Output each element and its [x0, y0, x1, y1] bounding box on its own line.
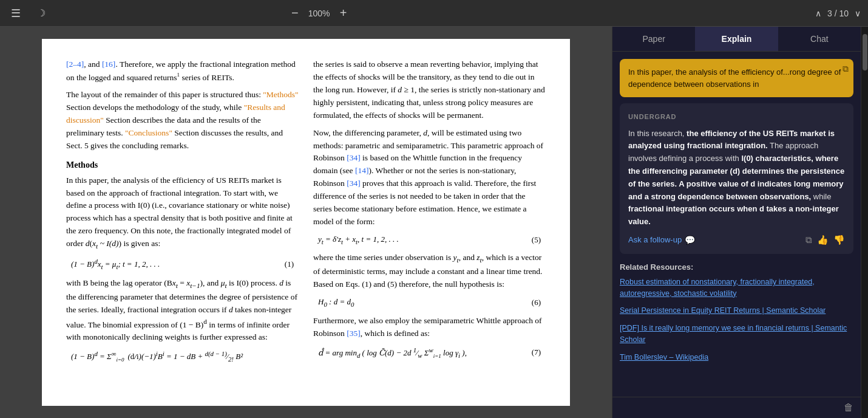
col2-para3: where the time series under observation … — [313, 252, 546, 291]
col2-para2: Now, the differencing parameter, d, will… — [313, 127, 546, 228]
equation-1: (1 − B)dxt = μt; t = 1, 2, . . . (1) — [66, 256, 299, 272]
equation-binomial: (1 − B)d = Σ∞i=0 (d/i)(−1)iBi = 1 − dB +… — [66, 349, 299, 365]
followup-icon: 💬 — [685, 235, 695, 245]
related-link-4[interactable]: Tim Bollerslev – Wikipedia — [620, 352, 708, 363]
footnote-1: 1 — [177, 72, 180, 78]
page-info: 3 / 10 — [827, 9, 849, 18]
panel-bottom: 🗑 — [612, 397, 861, 418]
col2-para4: Furthermore, we also employ the semipara… — [313, 315, 546, 340]
tab-chat[interactable]: Chat — [778, 27, 861, 51]
tab-paper[interactable]: Paper — [612, 27, 695, 51]
related-title: Related Resources: — [620, 262, 853, 272]
math-xt: xt — [92, 239, 98, 248]
thumbs-up-button[interactable]: 👍 — [817, 235, 829, 245]
math-d: d — [86, 239, 90, 248]
conclusions-link[interactable]: "Conclusions" — [125, 128, 172, 137]
zoom-in-button[interactable]: + — [335, 5, 352, 22]
toolbar-center: − 100% + — [287, 5, 352, 22]
pdf-col-left: [2–4], and [16]. Therefore, we apply the… — [66, 58, 299, 386]
query-bubble: In this paper, the analysis of the effic… — [620, 59, 853, 97]
pdf-viewer[interactable]: [2–4], and [16]. Therefore, we apply the… — [0, 27, 612, 418]
equation-5: yt = δ′zt + xt, t = 1, 2, . . . (5) — [313, 233, 546, 247]
copy-query-button[interactable]: ⧉ — [843, 64, 849, 74]
pdf-page: [2–4], and [16]. Therefore, we apply the… — [42, 39, 570, 406]
answer-label: UNDERGRAD — [628, 112, 845, 123]
ref-14[interactable]: [14] — [355, 166, 369, 175]
related-link-3[interactable]: [PDF] Is it really long memory we see in… — [620, 323, 853, 346]
related-link-2[interactable]: Serial Persistence in Equity REIT Return… — [620, 305, 826, 317]
methods-link[interactable]: "Methods" — [263, 90, 298, 99]
col2-para1: the series is said to observe a mean rev… — [313, 58, 546, 122]
zoom-out-button[interactable]: − — [287, 5, 303, 22]
math-id: I(d) — [106, 239, 118, 248]
equation-6: H0 : d = d0 (6) — [313, 296, 546, 309]
right-panel: Paper Explain Chat In this paper, the an… — [612, 27, 861, 418]
copy-answer-button[interactable]: ⧉ — [805, 235, 812, 245]
toolbar: ☰ ☽ − 100% + ∧ 3 / 10 ∨ — [0, 0, 868, 27]
answer-actions: Ask a follow-up 💬 ⧉ 👍 👎 — [628, 235, 845, 245]
related-resources: Related Resources: Robust estimation of … — [620, 260, 853, 372]
thumbs-down-button[interactable]: 👎 — [833, 235, 845, 245]
toolbar-left: ☰ ☽ — [7, 5, 50, 22]
main-area: [2–4], and [16]. Therefore, we apply the… — [0, 27, 868, 418]
zoom-level: 100% — [308, 9, 330, 18]
scrollbar-thumb — [863, 34, 867, 70]
menu-icon[interactable]: ☰ — [7, 5, 24, 22]
answer-bubble: UNDERGRAD In this research, the efficien… — [620, 103, 853, 254]
prev-page-button[interactable]: ∧ — [815, 9, 821, 18]
results-link[interactable]: "Results and discussion" — [66, 103, 285, 125]
ref-35[interactable]: [35] — [347, 329, 361, 338]
query-text: In this paper, the analysis of the effic… — [628, 67, 841, 89]
ref-link-2-4[interactable]: [2–4] — [66, 60, 84, 69]
ref-link-16[interactable]: [16] — [102, 60, 116, 69]
answer-text: In this research, the efficiency of the … — [628, 128, 845, 228]
ask-followup-button[interactable]: Ask a follow-up 💬 — [628, 235, 695, 245]
panel-tabs: Paper Explain Chat — [612, 27, 861, 52]
tab-explain[interactable]: Explain — [695, 27, 778, 51]
ref-34a[interactable]: [34] — [347, 153, 361, 162]
scrollbar[interactable] — [861, 27, 868, 418]
ref-34b[interactable]: [34] — [347, 179, 361, 188]
ask-followup-label: Ask a follow-up — [628, 235, 682, 244]
toolbar-right: ∧ 3 / 10 ∨ — [815, 9, 861, 18]
next-page-button[interactable]: ∨ — [855, 9, 861, 18]
dark-mode-icon[interactable]: ☽ — [33, 5, 50, 22]
panel-content[interactable]: In this paper, the analysis of the effic… — [612, 52, 861, 397]
related-link-1[interactable]: Robust estimation of nonstationary, frac… — [620, 276, 853, 300]
equation-7: d̂ = arg mind ( log C̄(d) − 2d 1⁄w Σwi=1… — [313, 345, 546, 361]
trash-button[interactable]: 🗑 — [844, 402, 853, 413]
pdf-col-right: the series is said to observe a mean rev… — [313, 58, 546, 386]
methods-heading: Methods — [66, 159, 299, 172]
action-icons: ⧉ 👍 👎 — [805, 235, 845, 245]
